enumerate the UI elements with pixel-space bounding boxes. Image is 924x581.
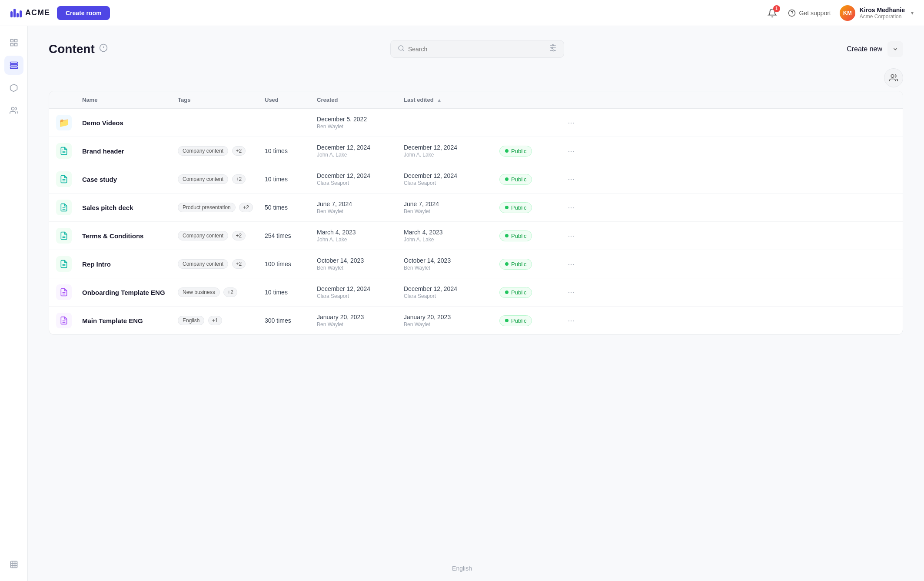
- table-row[interactable]: Onboarding Template ENG New business +2 …: [49, 278, 903, 307]
- sidebar-item-content[interactable]: [4, 56, 23, 75]
- row-name: Demo Videos: [82, 119, 178, 127]
- document-icon: [56, 171, 72, 187]
- create-new-button[interactable]: Create new: [847, 45, 882, 53]
- table-row[interactable]: Brand header Company content +2 10 times…: [49, 137, 903, 165]
- svg-rect-6: [10, 62, 17, 63]
- svg-rect-10: [10, 561, 17, 568]
- search-icon: [398, 45, 405, 53]
- people-button[interactable]: [884, 68, 903, 87]
- page-title-area: Content: [49, 42, 108, 56]
- chevron-down-icon: ▾: [911, 10, 914, 16]
- search-input[interactable]: [408, 46, 545, 53]
- svg-line-19: [402, 50, 404, 51]
- sidebar-item-templates[interactable]: [4, 78, 23, 97]
- document-icon: [56, 228, 72, 244]
- search-bar: [390, 40, 564, 58]
- table-row[interactable]: 📁 Demo Videos December 5, 2022 Ben Wayle…: [49, 109, 903, 137]
- document-icon: [56, 200, 72, 215]
- avatar: KM: [840, 5, 855, 21]
- column-created: Created: [317, 97, 404, 103]
- table-row[interactable]: Rep Intro Company content +2 100 times O…: [49, 250, 903, 278]
- status-badge: Public: [499, 287, 532, 298]
- row-actions-menu[interactable]: ···: [560, 231, 582, 240]
- sidebar: [0, 26, 28, 581]
- document-icon: [56, 143, 72, 159]
- svg-rect-7: [10, 64, 17, 66]
- sidebar-item-dashboard[interactable]: [4, 33, 23, 52]
- table-header: Name Tags Used Created Last edited ▲: [49, 91, 903, 109]
- page-title: Content: [49, 42, 95, 56]
- row-name: Brand header: [82, 147, 178, 155]
- status-badge: Public: [499, 259, 532, 270]
- svg-rect-8: [10, 67, 17, 68]
- document-icon: [56, 256, 72, 272]
- support-label: Get support: [799, 10, 831, 17]
- user-profile[interactable]: KM Kiros Medhanie Acme Corporation ▾: [840, 5, 914, 21]
- svg-rect-2: [10, 40, 13, 42]
- row-actions-menu[interactable]: ···: [560, 118, 582, 127]
- row-name: Onboarding Template ENG: [82, 289, 178, 296]
- filter-icon[interactable]: [549, 44, 557, 54]
- sort-icon: ▲: [437, 97, 442, 103]
- footer: English: [452, 564, 472, 572]
- status-badge: Public: [499, 174, 532, 185]
- column-used: Used: [265, 97, 317, 103]
- column-tags: Tags: [178, 97, 265, 103]
- row-name: Terms & Conditions: [82, 232, 178, 240]
- table-row[interactable]: Case study Company content +2 10 times D…: [49, 165, 903, 194]
- folder-icon: 📁: [56, 115, 72, 130]
- info-icon[interactable]: [99, 43, 108, 54]
- row-actions-menu[interactable]: ···: [560, 147, 582, 156]
- sidebar-item-users[interactable]: [4, 101, 23, 120]
- header-right: Create new: [847, 41, 903, 57]
- row-actions-menu[interactable]: ···: [560, 175, 582, 184]
- status-badge: Public: [499, 146, 532, 157]
- svg-rect-5: [14, 43, 17, 46]
- status-badge: Public: [499, 230, 532, 241]
- page-header: Content: [49, 40, 903, 58]
- table-row[interactable]: Terms & Conditions Company content +2 25…: [49, 222, 903, 250]
- logo-icon: [10, 9, 22, 17]
- svg-rect-3: [14, 40, 17, 42]
- create-room-button[interactable]: Create room: [57, 6, 110, 20]
- row-name: Rep Intro: [82, 260, 178, 268]
- svg-point-27: [552, 47, 553, 49]
- support-button[interactable]: Get support: [788, 9, 831, 17]
- svg-rect-4: [10, 43, 13, 46]
- svg-point-29: [891, 75, 894, 78]
- table-row[interactable]: Main Template ENG English +1 300 times J…: [49, 307, 903, 334]
- row-actions-menu[interactable]: ···: [560, 203, 582, 212]
- topnav: ACME Create room 1 Get support KM Kiros …: [0, 0, 924, 26]
- user-name: Kiros Medhanie: [860, 7, 905, 13]
- create-new-dropdown-button[interactable]: [887, 41, 903, 57]
- column-last-edited[interactable]: Last edited ▲: [404, 97, 499, 103]
- row-name: Sales pitch deck: [82, 204, 178, 211]
- svg-point-28: [553, 50, 554, 51]
- row-actions-menu[interactable]: ···: [560, 316, 582, 325]
- floating-people-area: [49, 68, 903, 87]
- status-badge: Public: [499, 315, 532, 326]
- row-actions-menu[interactable]: ···: [560, 260, 582, 269]
- user-company: Acme Corporation: [860, 13, 905, 20]
- logo-text: ACME: [25, 8, 50, 17]
- notification-button[interactable]: 1: [765, 6, 779, 20]
- document-icon: [56, 284, 72, 300]
- content-table: Name Tags Used Created Last edited ▲ 📁 D…: [49, 91, 903, 335]
- table-row[interactable]: Sales pitch deck Product presentation +2…: [49, 194, 903, 222]
- svg-point-9: [11, 107, 14, 110]
- column-name: Name: [82, 97, 178, 103]
- user-details: Kiros Medhanie Acme Corporation: [860, 7, 905, 20]
- row-name: Case study: [82, 176, 178, 183]
- row-name: Main Template ENG: [82, 317, 178, 324]
- logo: ACME: [10, 8, 50, 17]
- document-icon: [56, 313, 72, 328]
- main-content: Content: [28, 26, 924, 581]
- svg-point-18: [399, 46, 403, 50]
- sidebar-item-settings[interactable]: [4, 555, 23, 574]
- svg-point-26: [552, 45, 553, 46]
- language-button[interactable]: English: [452, 565, 472, 572]
- notification-badge: 1: [773, 5, 780, 12]
- topnav-left: ACME Create room: [10, 6, 110, 20]
- row-actions-menu[interactable]: ···: [560, 288, 582, 297]
- status-badge: Public: [499, 202, 532, 213]
